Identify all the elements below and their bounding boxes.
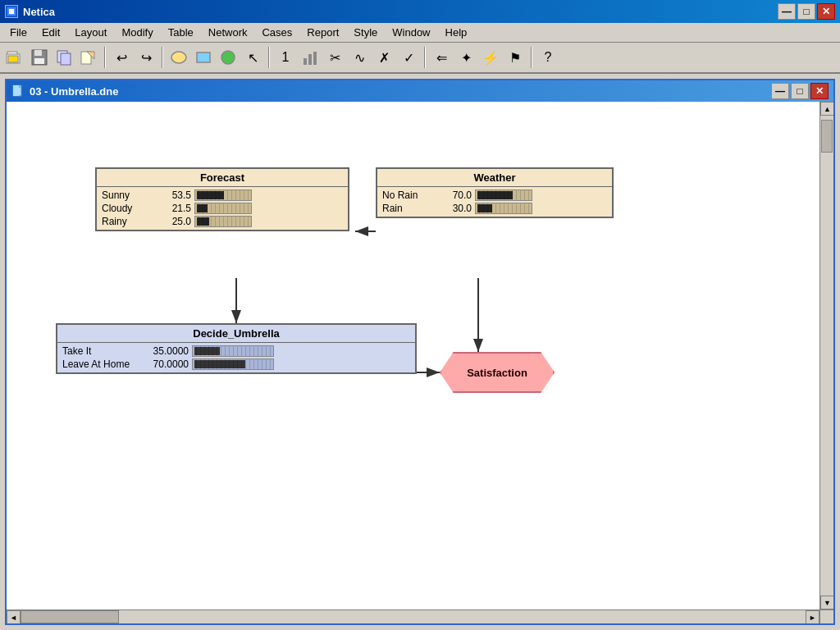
decide-umbrella-rows: Take It 35.0000 Leave At Home 70.0000 [57,343,415,372]
oval-tool[interactable] [167,46,190,69]
forecast-row-cloudy: Cloudy 21.5 [100,202,345,215]
main-area: 03 - Umbrella.dne — □ ✕ [0,74,840,630]
scroll-track-v[interactable] [820,116,833,596]
circle-tool[interactable] [217,46,240,69]
scissors-tool[interactable]: ✂ [323,46,346,69]
svg-rect-8 [34,58,44,64]
update-button[interactable]: ⚡ [479,46,502,69]
scrollbar-horizontal-container: ◄ ► [7,609,833,623]
app-icon [5,5,18,18]
weather-node[interactable]: Weather No Rain 70.0 R [376,167,614,218]
svg-rect-21 [13,85,19,96]
doc-title-bar: 03 - Umbrella.dne — □ ✕ [7,80,833,102]
decide-bar-takeit [192,345,274,357]
forecast-value-sunny: 53.5 [162,189,191,201]
separator-2 [162,47,163,68]
forecast-node[interactable]: Forecast Sunny 53.5 Cl [95,167,349,231]
menu-cases[interactable]: Cases [255,25,299,40]
menu-network[interactable]: Network [202,25,254,40]
sensitivity-button[interactable]: ⚑ [504,46,527,69]
weather-label-rain: Rain [382,203,440,214]
svg-rect-19 [313,52,317,65]
scroll-down-button[interactable]: ▼ [820,596,833,609]
scroll-right-button[interactable]: ► [806,610,819,623]
node-num-tool[interactable]: 1 [274,46,297,69]
separator-1 [104,47,106,68]
maximize-button[interactable]: □ [797,3,815,20]
satisfaction-label: Satisfaction [440,352,555,393]
forecast-value-rainy: 25.0 [162,216,191,227]
document-window: 03 - Umbrella.dne — □ ✕ [5,79,835,625]
menu-edit[interactable]: Edit [35,25,66,40]
network-canvas[interactable]: Forecast Sunny 53.5 Cl [7,102,819,609]
forecast-label-sunny: Sunny [102,189,159,201]
svg-rect-2 [9,9,14,14]
weather-label-norain: No Rain [382,189,440,201]
cross-tool[interactable]: ✗ [372,46,395,69]
learn-button[interactable]: ✦ [454,46,477,69]
forecast-value-cloudy: 21.5 [162,203,191,214]
toolbar: ↩ ↪ ↖ 1 ✂ ∿ ✗ ✓ ⇐ ✦ ⚡ ⚑ ? [0,43,840,74]
redo-button[interactable]: ↪ [135,46,158,69]
doc-close-button[interactable]: ✕ [810,83,829,99]
weather-bar-rain [475,203,532,214]
menu-window[interactable]: Window [386,25,436,40]
forecast-bar-sunny [194,189,252,201]
export-button[interactable] [77,46,100,69]
compile-button[interactable]: ⇐ [430,46,453,69]
menu-table[interactable]: Table [162,25,200,40]
minimize-button[interactable]: — [778,3,796,20]
doc-minimize-button[interactable]: — [771,83,789,99]
check-tool[interactable]: ✓ [397,46,420,69]
scroll-thumb-h[interactable] [21,610,119,623]
svg-point-14 [171,52,186,63]
scroll-left-button[interactable]: ◄ [7,610,21,623]
svg-rect-7 [34,50,42,56]
undo-button[interactable]: ↩ [110,46,133,69]
copy-net-button[interactable] [52,46,75,69]
separator-4 [424,47,426,68]
doc-icon [11,84,25,98]
help-button[interactable]: ? [536,46,559,69]
forecast-bar-cloudy [194,203,252,214]
title-bar: Netica — □ ✕ [0,0,840,23]
decide-row-takeit: Take It 35.0000 [61,345,412,358]
scroll-up-button[interactable]: ▲ [820,102,833,116]
satisfaction-node[interactable]: Satisfaction [440,352,555,393]
bar-chart-tool[interactable] [299,46,322,69]
menu-bar: File Edit Layout Modify Table Network Ca… [0,23,840,43]
open-button[interactable] [3,46,26,69]
separator-5 [531,47,532,68]
menu-report[interactable]: Report [300,25,345,40]
weather-row-rain: Rain 30.0 [381,202,609,215]
forecast-bar-rainy [194,216,252,227]
curve-tool[interactable]: ∿ [348,46,371,69]
decide-umbrella-node[interactable]: Decide_Umbrella Take It 35.0000 [56,323,417,374]
scrollbar-horizontal[interactable] [21,610,806,623]
window-controls[interactable]: — □ ✕ [778,3,835,20]
rect-tool[interactable] [192,46,215,69]
decide-umbrella-title: Decide_Umbrella [57,325,415,343]
menu-style[interactable]: Style [347,25,384,40]
scrollbar-vertical[interactable]: ▲ ▼ [819,102,833,609]
menu-help[interactable]: Help [439,25,474,40]
decide-row-leavehome: Leave At Home 70.0000 [61,358,412,371]
forecast-label-rainy: Rainy [102,216,159,227]
weather-row-norain: No Rain 70.0 [381,189,609,202]
save-button[interactable] [28,46,51,69]
svg-point-16 [221,51,235,64]
svg-rect-11 [61,53,71,65]
menu-file[interactable]: File [3,25,34,40]
menu-modify[interactable]: Modify [115,25,159,40]
svg-rect-17 [304,58,307,65]
forecast-title: Forecast [97,169,348,187]
forecast-label-cloudy: Cloudy [102,203,159,214]
doc-maximize-button[interactable]: □ [791,83,809,99]
weather-rows: No Rain 70.0 Rain 30.0 [377,187,612,217]
doc-window-controls[interactable]: — □ ✕ [771,83,829,99]
close-button[interactable]: ✕ [817,3,835,20]
arrow-tool[interactable]: ↖ [241,46,264,69]
decide-value-takeit: 35.0000 [139,345,189,357]
menu-layout[interactable]: Layout [68,25,113,40]
weather-bar-norain [475,189,532,201]
